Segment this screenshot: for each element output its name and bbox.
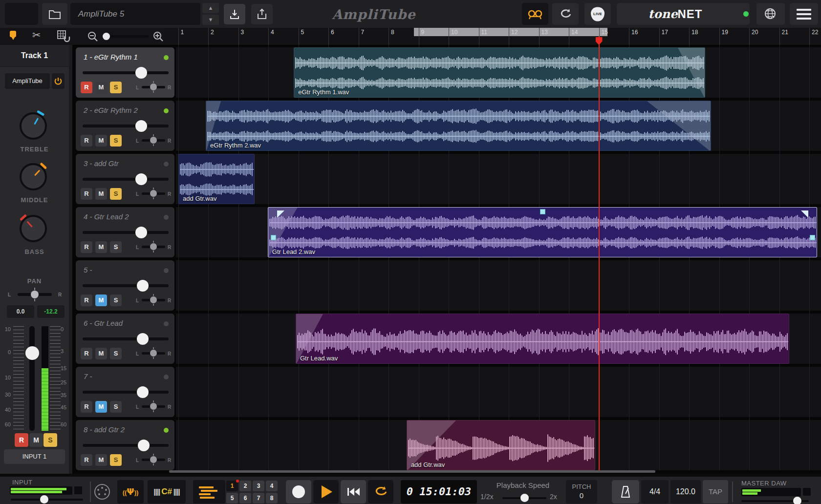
scissors-icon[interactable]: ✂ bbox=[32, 29, 41, 41]
clip-handle-top[interactable] bbox=[540, 209, 545, 214]
track-m-button[interactable]: M bbox=[95, 348, 107, 359]
track-pan-slider[interactable] bbox=[142, 139, 165, 142]
volume-fader-knob[interactable] bbox=[25, 346, 39, 360]
track-s-button[interactable]: S bbox=[110, 294, 122, 306]
take-button-2[interactable]: 2 bbox=[239, 481, 251, 491]
track-s-button[interactable]: S bbox=[110, 188, 122, 200]
track-header-2[interactable]: 2 - eGtr Rythm 2RMSLR bbox=[76, 101, 174, 151]
input-gain-knob[interactable] bbox=[40, 495, 48, 504]
audio-clip[interactable]: eGtr Rythm 2.wav bbox=[206, 101, 711, 151]
track-r-button[interactable]: R bbox=[81, 401, 92, 413]
take-button-3[interactable]: 3 bbox=[253, 481, 264, 491]
tap-tempo-button[interactable]: TAP bbox=[703, 480, 728, 504]
track-s-button[interactable]: S bbox=[43, 433, 57, 447]
bpm-display[interactable]: 120.0 bbox=[670, 480, 701, 504]
preset-down-button[interactable]: ▼ bbox=[202, 15, 219, 25]
track-pan-slider[interactable] bbox=[142, 459, 165, 461]
input-select-button[interactable]: INPUT 1 bbox=[4, 449, 65, 464]
track-header-4[interactable]: 4 - Gtr Lead 2RMSLR bbox=[76, 207, 174, 257]
knob-treble[interactable] bbox=[20, 112, 47, 140]
zoom-slider-knob[interactable] bbox=[103, 33, 110, 40]
audio-clip[interactable]: add Gtr.wav bbox=[178, 154, 255, 204]
track-r-button[interactable]: R bbox=[81, 82, 92, 93]
audio-clip[interactable]: Gtr Lead 2.wav bbox=[268, 207, 817, 257]
audio-clip[interactable]: add Gtr.wav bbox=[407, 420, 595, 470]
track-header-8[interactable]: 8 - add Gtr 2RMSLR bbox=[76, 420, 174, 470]
track-pan-slider[interactable] bbox=[142, 246, 165, 248]
take-button-1[interactable]: 1 bbox=[226, 481, 238, 491]
track-pan-knob[interactable] bbox=[150, 243, 157, 250]
pitch-control[interactable]: PITCH 0 bbox=[566, 480, 597, 504]
track-lane-7[interactable] bbox=[176, 367, 821, 417]
track-pan-knob[interactable] bbox=[150, 350, 157, 357]
audio-clip[interactable]: Gtr Lead.wav bbox=[296, 314, 789, 364]
track-s-button[interactable]: S bbox=[110, 241, 122, 253]
track-header-3[interactable]: 3 - add GtrRMSLR bbox=[76, 154, 174, 204]
track-pan-knob[interactable] bbox=[150, 403, 157, 410]
clip-handle-right[interactable] bbox=[810, 235, 815, 240]
track-volume-slider[interactable] bbox=[83, 125, 169, 127]
track-header-6[interactable]: 6 - Gtr LeadRMSLR bbox=[76, 314, 174, 364]
track-m-button[interactable]: M bbox=[95, 241, 107, 253]
track-volume-slider[interactable] bbox=[83, 71, 169, 74]
loop-region-band[interactable] bbox=[414, 28, 607, 36]
zoom-slider[interactable] bbox=[104, 35, 149, 38]
track-volume-slider[interactable] bbox=[83, 391, 169, 394]
track-r-button[interactable]: R bbox=[15, 433, 28, 447]
track-volume-slider[interactable] bbox=[83, 444, 169, 447]
play-button[interactable] bbox=[313, 480, 339, 504]
track-pan-slider[interactable] bbox=[142, 405, 165, 408]
track-s-button[interactable]: S bbox=[110, 135, 122, 147]
track-volume-slider[interactable] bbox=[83, 178, 169, 181]
track-m-button[interactable]: M bbox=[95, 294, 107, 306]
track-header-1[interactable]: 1 - eGtr Rythm 1RMSLR bbox=[76, 47, 174, 98]
track-m-button[interactable]: M bbox=[95, 401, 107, 413]
pan-knob[interactable] bbox=[31, 291, 39, 298]
arrangement-view-button[interactable] bbox=[193, 480, 225, 504]
loop-sync-button[interactable] bbox=[552, 3, 579, 25]
clip-handle-fade-left[interactable] bbox=[277, 210, 284, 218]
marker-pin-icon[interactable] bbox=[10, 31, 16, 37]
time-display[interactable]: 0 15:01:03 bbox=[401, 480, 477, 504]
knob-bass[interactable] bbox=[20, 215, 47, 242]
track-pan-knob[interactable] bbox=[150, 84, 157, 90]
track-r-button[interactable]: R bbox=[81, 294, 92, 306]
audio-clip[interactable]: eGtr Rythm 1.wav bbox=[294, 47, 705, 98]
playback-speed-knob[interactable] bbox=[520, 494, 529, 502]
track-s-button[interactable]: S bbox=[110, 348, 122, 359]
plugin-button[interactable]: AmpliTube bbox=[5, 73, 50, 89]
track-s-button[interactable]: S bbox=[110, 82, 122, 93]
track-volume-slider[interactable] bbox=[83, 231, 169, 234]
track-volume-slider[interactable] bbox=[83, 284, 169, 287]
take-button-6[interactable]: 6 bbox=[239, 493, 251, 504]
track-header-7[interactable]: 7 -RMSLR bbox=[76, 367, 174, 417]
midi-din-icon[interactable] bbox=[92, 482, 112, 502]
track-volume-slider[interactable] bbox=[83, 337, 169, 340]
track-m-button[interactable]: M bbox=[95, 82, 107, 93]
track-r-button[interactable]: R bbox=[81, 135, 92, 147]
master-volume-slider[interactable] bbox=[741, 500, 809, 502]
playback-speed-slider[interactable] bbox=[502, 497, 546, 499]
tonenet-panel[interactable]: toneNET bbox=[617, 3, 750, 25]
tuner-button[interactable]: ((Ψ)) bbox=[117, 480, 144, 504]
track-m-button[interactable]: M bbox=[95, 454, 107, 466]
snap-grid-magnet-icon[interactable] bbox=[57, 30, 70, 42]
track-lane-3[interactable] bbox=[176, 154, 821, 204]
track-volume-knob[interactable] bbox=[135, 120, 147, 132]
track-pan-slider[interactable] bbox=[142, 192, 165, 195]
main-menu-button[interactable] bbox=[790, 3, 818, 25]
track-pan-knob[interactable] bbox=[150, 456, 157, 463]
recorder-button[interactable] bbox=[522, 3, 548, 25]
track-m-button[interactable]: M bbox=[29, 433, 43, 447]
tuner-note-display[interactable]: ||||C#|||| bbox=[148, 480, 186, 504]
clip-handle-left[interactable] bbox=[271, 235, 276, 240]
track-s-button[interactable]: S bbox=[110, 454, 122, 466]
input-gain-slider[interactable] bbox=[11, 499, 83, 501]
take-button-4[interactable]: 4 bbox=[266, 481, 278, 491]
plugin-power-button[interactable] bbox=[52, 73, 65, 89]
track-volume-knob[interactable] bbox=[137, 333, 149, 345]
track-r-button[interactable]: R bbox=[81, 241, 92, 253]
track-volume-knob[interactable] bbox=[135, 67, 147, 79]
track-pan-slider[interactable] bbox=[142, 352, 165, 355]
playhead[interactable] bbox=[599, 36, 600, 470]
